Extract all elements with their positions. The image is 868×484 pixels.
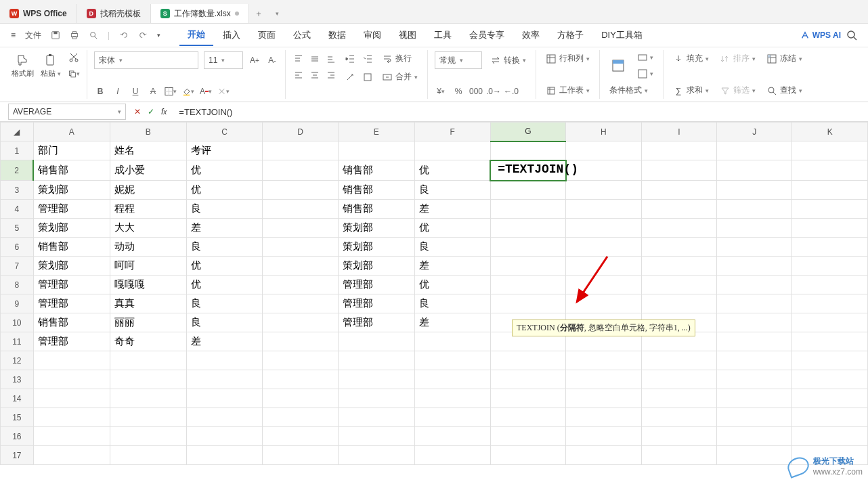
row-header-4[interactable]: 4 — [1, 200, 34, 219]
menutab-diy[interactable]: DIY工具箱 — [593, 25, 651, 45]
cell-H15[interactable] — [566, 408, 641, 427]
menutab-data[interactable]: 数据 — [320, 25, 354, 45]
col-header-F[interactable]: F — [414, 123, 490, 141]
align-bottom-icon[interactable] — [325, 53, 337, 65]
cell-J1[interactable] — [717, 141, 792, 160]
cell-E2[interactable]: 销售部 — [338, 160, 414, 181]
row-header-8[interactable]: 8 — [1, 276, 34, 294]
menutab-fangge[interactable]: 方格子 — [549, 25, 592, 45]
cell-K8[interactable] — [792, 276, 868, 294]
cell-C15[interactable] — [186, 408, 262, 427]
font-color-icon[interactable]: A▾ — [200, 85, 212, 97]
row-header-3[interactable]: 3 — [1, 181, 34, 200]
cell-D6[interactable] — [263, 238, 338, 257]
cell-H16[interactable] — [566, 427, 641, 446]
paste-button[interactable]: 粘贴 ▾ — [39, 53, 62, 79]
cell-K13[interactable] — [792, 370, 868, 389]
decrease-font-icon[interactable]: A- — [266, 54, 278, 66]
cell-A16[interactable] — [33, 427, 110, 446]
cell-K10[interactable] — [792, 313, 868, 332]
cell-E3[interactable]: 销售部 — [338, 181, 414, 200]
fill-color-icon[interactable]: ▾ — [182, 85, 194, 97]
cell-J6[interactable] — [717, 238, 792, 257]
col-header-J[interactable]: J — [717, 123, 792, 141]
menutab-review[interactable]: 审阅 — [355, 25, 389, 45]
tab-template[interactable]: D 找稻壳模板 — [77, 4, 151, 23]
cell-C4[interactable]: 良 — [186, 200, 262, 219]
percent-icon[interactable]: % — [452, 85, 464, 97]
cell-I8[interactable] — [641, 276, 716, 294]
format-as-table-button[interactable]: ▾ — [635, 68, 656, 80]
border-icon[interactable]: ▾ — [165, 85, 177, 97]
cell-G17[interactable] — [490, 446, 565, 465]
align-right-icon[interactable] — [325, 69, 337, 81]
cell-G9[interactable] — [490, 294, 565, 313]
cell-C5[interactable]: 差 — [186, 219, 262, 238]
cell-B9[interactable]: 真真 — [110, 294, 186, 313]
formula-input[interactable]: =TEXTJOIN() — [175, 107, 868, 117]
cell-C6[interactable]: 良 — [186, 238, 262, 257]
cell-E5[interactable]: 策划部 — [338, 219, 414, 238]
cell-K15[interactable] — [792, 408, 868, 427]
cell-B3[interactable]: 妮妮 — [110, 181, 186, 200]
cell-K12[interactable] — [792, 351, 868, 370]
row-header-10[interactable]: 10 — [1, 313, 34, 332]
cell-H14[interactable] — [566, 389, 641, 408]
cell-F12[interactable] — [414, 351, 490, 370]
cell-D14[interactable] — [263, 389, 338, 408]
cell-F13[interactable] — [414, 370, 490, 389]
cell-E9[interactable]: 管理部 — [338, 294, 414, 313]
filter-button[interactable]: 筛选▾ — [717, 83, 758, 97]
cell-C1[interactable]: 考评 — [186, 141, 262, 160]
cell-D3[interactable] — [263, 181, 338, 200]
cell-D1[interactable] — [263, 141, 338, 160]
cell-E13[interactable] — [338, 370, 414, 389]
cell-C8[interactable]: 优 — [186, 276, 262, 294]
cell-A1[interactable]: 部门 — [33, 141, 110, 160]
menutab-page[interactable]: 页面 — [250, 25, 284, 45]
cell-D12[interactable] — [263, 351, 338, 370]
fx-icon[interactable]: fx — [161, 107, 167, 116]
cell-F4[interactable]: 差 — [414, 200, 490, 219]
name-box[interactable]: AVERAGE▾ — [8, 104, 126, 120]
align-middle-icon[interactable] — [309, 53, 321, 65]
cell-F6[interactable]: 良 — [414, 238, 490, 257]
row-header-12[interactable]: 12 — [1, 351, 34, 370]
decrease-indent-icon[interactable] — [344, 53, 356, 65]
cell-F1[interactable] — [414, 141, 490, 160]
cell-C10[interactable]: 良 — [186, 313, 262, 332]
cell-C16[interactable] — [186, 427, 262, 446]
cell-K14[interactable] — [792, 389, 868, 408]
cell-K1[interactable] — [792, 141, 868, 160]
cell-F8[interactable]: 优 — [414, 276, 490, 294]
menutab-formula[interactable]: 公式 — [285, 25, 319, 45]
cell-D7[interactable] — [263, 257, 338, 276]
cell-K3[interactable] — [792, 181, 868, 200]
cell-J17[interactable] — [717, 446, 792, 465]
cell-D8[interactable] — [263, 276, 338, 294]
menutab-efficiency[interactable]: 效率 — [514, 25, 548, 45]
cell-G7[interactable] — [490, 257, 565, 276]
cell-H3[interactable] — [566, 181, 641, 200]
row-header-15[interactable]: 15 — [1, 408, 34, 427]
sort-button[interactable]: 排序▾ — [717, 51, 758, 66]
cell-F10[interactable]: 差 — [414, 313, 490, 332]
cell-G16[interactable] — [490, 427, 565, 446]
cell-D10[interactable] — [263, 313, 338, 332]
select-all-corner[interactable]: ◢ — [1, 123, 34, 141]
row-col-button[interactable]: 行和列▾ — [543, 51, 592, 66]
cell-H1[interactable] — [566, 141, 641, 160]
cell-G5[interactable] — [490, 219, 565, 238]
cell-B1[interactable]: 姓名 — [110, 141, 186, 160]
cell-D17[interactable] — [263, 446, 338, 465]
row-header-2[interactable]: 2 — [1, 160, 34, 181]
cell-J11[interactable] — [717, 332, 792, 351]
currency-icon[interactable]: ¥▾ — [435, 85, 447, 97]
menutab-insert[interactable]: 插入 — [215, 25, 248, 45]
cell-C3[interactable]: 优 — [186, 181, 262, 200]
cell-F15[interactable] — [414, 408, 490, 427]
cell-A15[interactable] — [33, 408, 110, 427]
cell-G15[interactable] — [490, 408, 565, 427]
cell-C14[interactable] — [186, 389, 262, 408]
cell-B16[interactable] — [110, 427, 186, 446]
